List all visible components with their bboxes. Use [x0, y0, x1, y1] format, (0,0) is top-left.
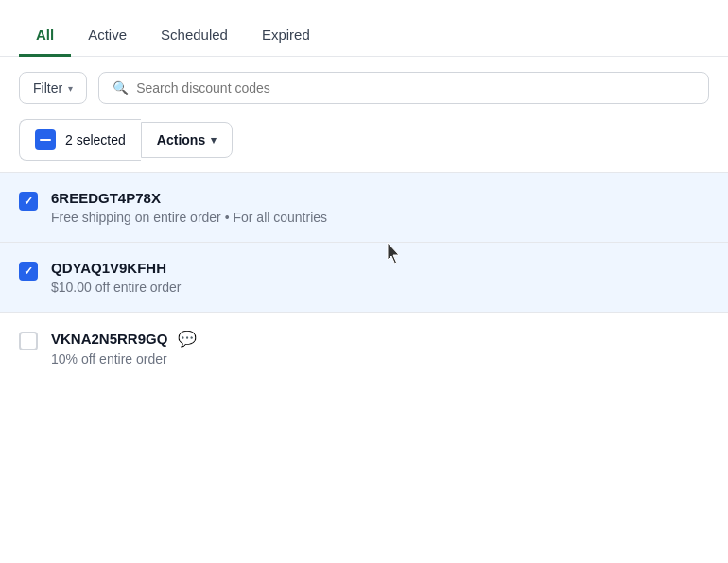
comment-bubble-icon: 💬 — [178, 331, 197, 347]
discount-codes-list: 6REEDGT4P78X Free shipping on entire ord… — [0, 172, 728, 384]
item-2-description: $10.00 off entire order — [51, 280, 709, 295]
item-1-content: 6REEDGT4P78X Free shipping on entire ord… — [51, 190, 709, 225]
tab-all[interactable]: All — [19, 15, 71, 57]
item-3-checkbox[interactable] — [19, 332, 38, 350]
deselect-all-icon[interactable] — [35, 129, 56, 150]
list-item: 6REEDGT4P78X Free shipping on entire ord… — [0, 173, 728, 243]
item-3-content: VKNA2N5RR9GQ 💬 10% off entire order — [51, 330, 709, 367]
filter-button[interactable]: Filter ▾ — [19, 72, 87, 104]
tab-active[interactable]: Active — [71, 15, 144, 57]
item-1-description: Free shipping on entire order • For all … — [51, 210, 709, 225]
item-2-content: QDYAQ1V9KFHH $10.00 off entire order — [51, 260, 709, 295]
item-1-checkbox[interactable] — [19, 192, 38, 211]
list-item: VKNA2N5RR9GQ 💬 10% off entire order — [0, 313, 728, 384]
actions-button[interactable]: Actions ▾ — [141, 122, 233, 158]
item-1-code: 6REEDGT4P78X — [51, 190, 709, 206]
tabs-bar: All Active Scheduled Expired — [0, 0, 728, 57]
item-3-description: 10% off entire order — [51, 351, 709, 367]
item-2-checkbox[interactable] — [19, 262, 38, 281]
selection-bar: 2 selected Actions ▾ — [19, 119, 709, 161]
filter-label: Filter — [33, 80, 62, 95]
search-box: 🔍 — [98, 72, 709, 104]
selection-count: 2 selected — [19, 119, 141, 161]
item-3-code: VKNA2N5RR9GQ 💬 — [51, 330, 709, 348]
search-icon: 🔍 — [113, 80, 129, 95]
item-2-code: QDYAQ1V9KFHH — [51, 260, 709, 276]
tab-expired[interactable]: Expired — [245, 15, 327, 57]
selected-count-label: 2 selected — [65, 132, 126, 147]
tab-scheduled[interactable]: Scheduled — [144, 15, 245, 57]
toolbar: Filter ▾ 🔍 — [0, 57, 728, 119]
filter-chevron-icon: ▾ — [68, 83, 73, 94]
actions-label: Actions — [157, 132, 205, 147]
list-item: QDYAQ1V9KFHH $10.00 off entire order — [0, 243, 728, 313]
actions-chevron-icon: ▾ — [211, 134, 217, 146]
search-input[interactable] — [136, 80, 695, 95]
